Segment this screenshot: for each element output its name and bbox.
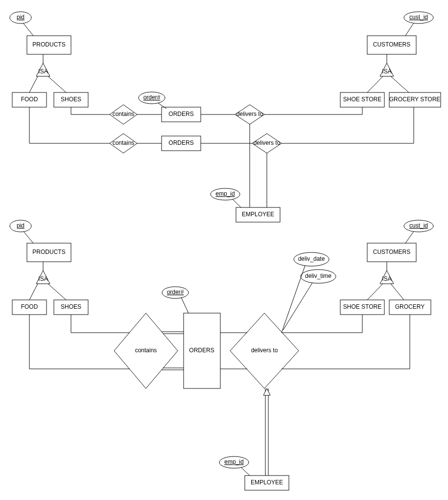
svg-line-13 (48, 76, 66, 92)
svg-line-99 (282, 266, 305, 333)
attr-pid-1: pid (10, 12, 31, 23)
entity-employee-2: EMPLOYEE (245, 476, 289, 490)
svg-text:emp_id: emp_id (224, 458, 243, 465)
entity-customers-1: CUSTOMERS (367, 36, 416, 54)
entity-shoestore-2: SHOE STORE (340, 300, 384, 315)
svg-text:pid: pid (17, 14, 24, 21)
svg-line-47 (233, 199, 241, 207)
svg-line-66 (24, 231, 33, 243)
svg-text:PRODUCTS: PRODUCTS (32, 41, 65, 48)
svg-line-105 (405, 231, 414, 243)
svg-text:ORDERS: ORDERS (168, 139, 193, 146)
attr-ordernum-1: order# (139, 92, 165, 104)
rel-delivers-1a: delivers to (235, 105, 264, 124)
svg-text:cust_id: cust_id (409, 222, 428, 229)
svg-line-100 (283, 283, 312, 330)
svg-text:ISA: ISA (38, 275, 47, 282)
svg-text:SHOE STORE: SHOE STORE (343, 96, 381, 103)
entity-orders-1b: ORDERS (162, 136, 201, 151)
er-diagram: PRODUCTS pid ISA FOOD SHOES contains ORD… (0, 0, 448, 500)
entity-customers-2: CUSTOMERS (367, 243, 416, 262)
svg-text:order#: order# (167, 289, 184, 295)
svg-text:delivers to: delivers to (251, 347, 278, 354)
isa-customers-2: ISA (380, 271, 394, 284)
svg-text:FOOD: FOOD (21, 303, 38, 310)
svg-text:SHOES: SHOES (61, 96, 81, 103)
svg-text:contains: contains (113, 139, 135, 146)
svg-line-123 (241, 467, 250, 476)
entity-food-1: FOOD (12, 92, 47, 107)
attr-empid-1: emp_id (211, 188, 240, 200)
svg-text:cust_id: cust_id (409, 14, 428, 21)
svg-text:FOOD: FOOD (21, 96, 38, 103)
svg-text:delivers to: delivers to (254, 139, 281, 146)
attr-custid-1: cust_id (404, 12, 433, 23)
isa-products-2: ISA (36, 271, 50, 284)
svg-text:CUSTOMERS: CUSTOMERS (373, 249, 410, 255)
svg-line-4 (24, 23, 33, 36)
svg-line-61 (391, 76, 409, 92)
attr-delivtime-2: deliv_time (301, 270, 336, 283)
svg-text:CUSTOMERS: CUSTOMERS (373, 41, 410, 48)
svg-text:ORDERS: ORDERS (189, 347, 214, 354)
rel-contains-2: contains (114, 313, 178, 388)
svg-line-75 (48, 284, 66, 300)
svg-text:EMPLOYEE: EMPLOYEE (242, 211, 274, 218)
attr-pid-2: pid (10, 220, 31, 232)
svg-line-111 (367, 284, 383, 300)
attr-empid-2: emp_id (219, 456, 249, 468)
svg-text:SHOES: SHOES (61, 303, 81, 310)
svg-line-114 (391, 284, 404, 300)
svg-text:ISA: ISA (382, 275, 391, 282)
svg-text:EMPLOYEE: EMPLOYEE (251, 479, 283, 486)
svg-line-10 (29, 76, 38, 92)
attr-ordernum-2: order# (162, 287, 189, 298)
entity-shoestore-1: SHOE STORE (340, 92, 384, 107)
isa-products-1: ISA (36, 63, 50, 76)
svg-text:deliv_time: deliv_time (305, 273, 331, 279)
entity-products-2: PRODUCTS (27, 243, 71, 262)
entity-shoes-1: SHOES (54, 92, 88, 107)
attr-custid-2: cust_id (404, 220, 433, 232)
rel-delivers-2: delivers to (230, 313, 299, 388)
isa-customers-1: ISA (380, 63, 394, 76)
svg-text:order#: order# (143, 94, 161, 101)
entity-orders-1a: ORDERS (162, 107, 201, 122)
entity-orders-2: ORDERS (184, 313, 220, 388)
entity-grocery-2: GROCERY (389, 300, 431, 315)
svg-text:emp_id: emp_id (215, 190, 235, 197)
svg-text:ISA: ISA (38, 68, 47, 75)
svg-text:contains: contains (135, 347, 157, 354)
svg-text:ISA: ISA (382, 68, 391, 75)
attr-delivdate-2: deliv_date (294, 252, 329, 266)
svg-marker-126 (263, 388, 270, 395)
svg-line-58 (367, 76, 383, 92)
svg-line-52 (405, 23, 414, 36)
svg-text:delivers to: delivers to (236, 111, 263, 117)
entity-employee-1: EMPLOYEE (236, 207, 280, 222)
svg-text:PRODUCTS: PRODUCTS (32, 249, 65, 255)
rel-delivers-1b: delivers to (252, 134, 282, 153)
entity-products-1: PRODUCTS (27, 36, 71, 54)
svg-text:ORDERS: ORDERS (168, 111, 193, 117)
svg-text:SHOE STORE: SHOE STORE (343, 303, 381, 310)
entity-shoes-2: SHOES (54, 300, 88, 315)
entity-food-2: FOOD (12, 300, 47, 315)
svg-text:GROCERY STORE: GROCERY STORE (389, 96, 441, 103)
svg-text:contains: contains (113, 111, 135, 117)
svg-line-82 (181, 297, 189, 313)
svg-text:GROCERY: GROCERY (395, 303, 424, 310)
svg-text:pid: pid (17, 222, 24, 229)
rel-contains-1b: contains (110, 134, 137, 153)
rel-contains-1a: contains (110, 105, 137, 124)
svg-text:deliv_date: deliv_date (298, 255, 325, 262)
svg-line-72 (29, 284, 38, 300)
entity-grocerystore-1: GROCERY STORE (389, 92, 441, 107)
